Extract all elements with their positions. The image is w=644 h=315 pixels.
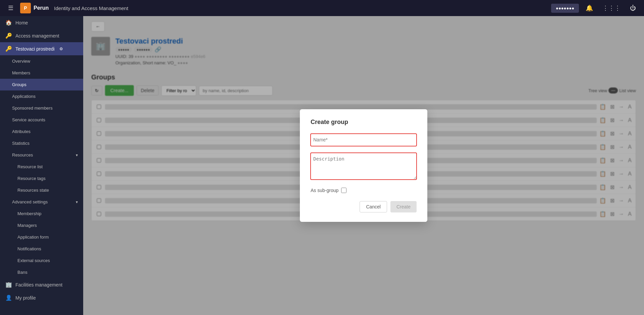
- sidebar-resources-label: Resources: [12, 152, 33, 158]
- create-group-dialog: Create group As sub-group Cancel Create: [300, 109, 427, 222]
- sidebar-item-advanced-settings[interactable]: Advanced settings ▾: [0, 196, 83, 208]
- sidebar-advanced-label: Advanced settings: [12, 199, 48, 204]
- sidebar-my-profile-label: My profile: [15, 295, 36, 301]
- sidebar-item-attributes[interactable]: Attributes: [0, 126, 83, 137]
- sidebar-applications-label: Applications: [12, 94, 36, 99]
- sidebar-item-resource-tags[interactable]: Resource tags: [0, 173, 83, 184]
- topbar: ☰ P Perun Identity and Access Management…: [0, 0, 644, 16]
- sidebar-bans-label: Bans: [17, 270, 28, 275]
- app-subtitle: Identity and Access Management: [54, 5, 128, 11]
- sidebar-statistics-label: Statistics: [12, 141, 30, 146]
- sidebar-attributes-label: Attributes: [12, 129, 31, 134]
- sidebar-item-statistics[interactable]: Statistics: [0, 137, 83, 149]
- sidebar-vo-label: Testovaci prostredi: [15, 46, 55, 52]
- sidebar-item-application-form[interactable]: Application form: [0, 231, 83, 243]
- sidebar-service-accounts-label: Service accounts: [12, 117, 45, 122]
- vo-settings-icon: ⚙: [59, 47, 63, 51]
- facilities-icon: 🏢: [5, 281, 12, 288]
- dialog-name-field: [311, 134, 417, 146]
- content-area: ← 🏢 Testovaci prostredi ●●●●● ●●●●●● 🔗 U…: [83, 16, 644, 315]
- access-management-icon: 🔑: [5, 33, 12, 39]
- menu-button[interactable]: ☰: [5, 3, 16, 13]
- dialog-subgroup-row: As sub-group: [311, 188, 417, 193]
- my-profile-icon: 👤: [5, 295, 12, 301]
- sidebar-item-bans[interactable]: Bans: [0, 266, 83, 278]
- sidebar-resources-state-label: Resources state: [17, 188, 49, 193]
- sidebar-item-sponsored-members[interactable]: Sponsored members: [0, 102, 83, 114]
- sidebar-item-overview[interactable]: Overview: [0, 55, 83, 67]
- sidebar-item-groups[interactable]: Groups: [0, 79, 83, 90]
- sidebar-access-label: Access management: [15, 33, 59, 39]
- dialog-title: Create group: [311, 119, 417, 126]
- dialog-create-button[interactable]: Create: [390, 201, 417, 212]
- user-button[interactable]: ●●●●●●●: [551, 4, 579, 13]
- sidebar-item-members[interactable]: Members: [0, 67, 83, 79]
- dialog-subgroup-checkbox[interactable]: [341, 188, 346, 193]
- notifications-button[interactable]: 🔔: [583, 3, 596, 13]
- sidebar-home-label: Home: [15, 20, 28, 25]
- sidebar-item-home[interactable]: 🏠 Home: [0, 16, 83, 29]
- vo-icon: 🔑: [5, 46, 12, 52]
- logo: P Perun: [20, 3, 49, 13]
- dialog-overlay: Create group As sub-group Cancel Create: [83, 16, 644, 315]
- sidebar-item-applications[interactable]: Applications: [0, 90, 83, 102]
- sidebar-item-vo[interactable]: 🔑 Testovaci prostredi ⚙: [0, 42, 83, 55]
- main-layout: 🏠 Home 🔑 Access management 🔑 Testovaci p…: [0, 16, 644, 315]
- dialog-description-field: [311, 153, 417, 181]
- advanced-expand-icon: ▾: [76, 200, 78, 204]
- sidebar-overview-label: Overview: [12, 59, 30, 64]
- sidebar-membership-label: Membership: [17, 211, 42, 216]
- sidebar-item-service-accounts[interactable]: Service accounts: [0, 114, 83, 126]
- sidebar-item-my-profile[interactable]: 👤 My profile: [0, 291, 83, 304]
- dialog-name-input[interactable]: [311, 134, 417, 146]
- sidebar-groups-label: Groups: [12, 82, 26, 87]
- sidebar-sponsored-label: Sponsored members: [12, 106, 53, 111]
- sidebar-item-membership[interactable]: Membership: [0, 208, 83, 219]
- sidebar-resource-tags-label: Resource tags: [17, 176, 46, 181]
- sidebar-item-external-sources[interactable]: External sources: [0, 255, 83, 266]
- resources-expand-icon: ▾: [76, 153, 78, 158]
- logout-button[interactable]: ⏻: [627, 3, 639, 13]
- sidebar-facilities-label: Facilities management: [15, 282, 62, 288]
- sidebar: 🏠 Home 🔑 Access management 🔑 Testovaci p…: [0, 16, 83, 315]
- sidebar-item-resource-list[interactable]: Resource list: [0, 161, 83, 173]
- sidebar-members-label: Members: [12, 70, 30, 75]
- sidebar-notifications-label: Notifications: [17, 246, 41, 251]
- app-name: Perun: [34, 5, 49, 11]
- dialog-cancel-button[interactable]: Cancel: [360, 201, 387, 212]
- sidebar-item-managers[interactable]: Managers: [0, 219, 83, 231]
- sidebar-item-notifications[interactable]: Notifications: [0, 243, 83, 255]
- apps-button[interactable]: ⋮⋮⋮: [600, 3, 623, 13]
- sidebar-item-access-management[interactable]: 🔑 Access management: [0, 29, 83, 42]
- sidebar-item-facilities-management[interactable]: 🏢 Facilities management: [0, 278, 83, 291]
- sidebar-item-resources-state[interactable]: Resources state: [0, 184, 83, 196]
- sidebar-application-form-label: Application form: [17, 235, 49, 240]
- sidebar-managers-label: Managers: [17, 223, 37, 228]
- sidebar-external-sources-label: External sources: [17, 258, 50, 263]
- sidebar-resource-list-label: Resource list: [17, 164, 43, 169]
- sidebar-item-resources[interactable]: Resources ▾: [0, 149, 83, 161]
- dialog-actions: Cancel Create: [311, 201, 417, 212]
- dialog-subgroup-label: As sub-group: [311, 188, 338, 193]
- home-icon: 🏠: [5, 19, 12, 26]
- logo-icon: P: [20, 3, 31, 13]
- dialog-description-input[interactable]: [311, 153, 417, 180]
